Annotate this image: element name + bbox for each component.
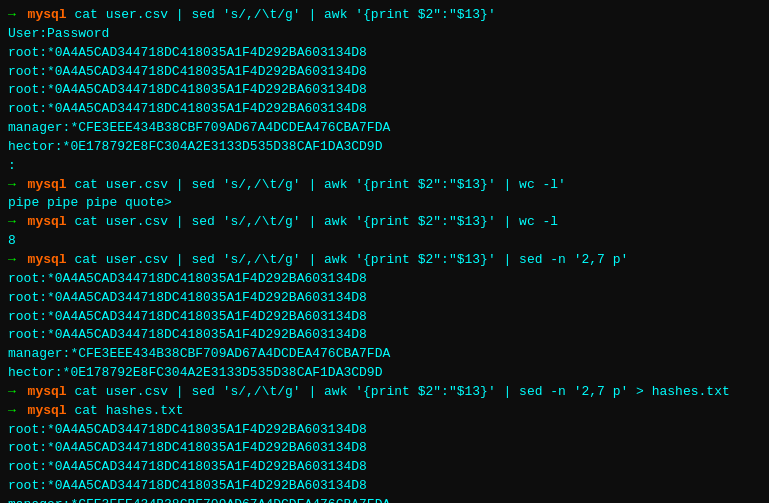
- cmd-rest: cat user.csv | sed 's/,/\t/g' | awk '{pr…: [67, 7, 496, 22]
- keyword-mysql: mysql: [20, 177, 67, 192]
- terminal-line-25: root:*0A4A5CAD344718DC418035A1F4D292BA60…: [8, 477, 761, 496]
- cmd-rest: cat user.csv | sed 's/,/\t/g' | awk '{pr…: [67, 177, 566, 192]
- terminal-line-23: root:*0A4A5CAD344718DC418035A1F4D292BA60…: [8, 439, 761, 458]
- terminal-line-18: manager:*CFE3EEE434B38CBF709AD67A4DCDEA4…: [8, 345, 761, 364]
- terminal-line-20: → mysql cat user.csv | sed 's/,/\t/g' | …: [8, 383, 761, 402]
- prompt-arrow: →: [8, 252, 16, 267]
- output-text: manager:*CFE3EEE434B38CBF709AD67A4DCDEA4…: [8, 346, 390, 361]
- terminal-line-8: :: [8, 157, 761, 176]
- output-text: root:*0A4A5CAD344718DC418035A1F4D292BA60…: [8, 459, 367, 474]
- terminal-line-10: pipe pipe pipe quote>: [8, 194, 761, 213]
- prompt-arrow: →: [8, 403, 16, 418]
- output-text: root:*0A4A5CAD344718DC418035A1F4D292BA60…: [8, 82, 367, 97]
- terminal-line-16: root:*0A4A5CAD344718DC418035A1F4D292BA60…: [8, 308, 761, 327]
- terminal-line-22: root:*0A4A5CAD344718DC418035A1F4D292BA60…: [8, 421, 761, 440]
- output-text: hector:*0E178792E8FC304A2E3133D535D38CAF…: [8, 139, 382, 154]
- output-text: root:*0A4A5CAD344718DC418035A1F4D292BA60…: [8, 327, 367, 342]
- terminal-line-9: → mysql cat user.csv | sed 's/,/\t/g' | …: [8, 176, 761, 195]
- terminal-line-6: manager:*CFE3EEE434B38CBF709AD67A4DCDEA4…: [8, 119, 761, 138]
- terminal: → mysql cat user.csv | sed 's/,/\t/g' | …: [8, 6, 761, 503]
- keyword-mysql: mysql: [20, 252, 67, 267]
- output-text: User:Password: [8, 26, 109, 41]
- terminal-line-7: hector:*0E178792E8FC304A2E3133D535D38CAF…: [8, 138, 761, 157]
- output-text: root:*0A4A5CAD344718DC418035A1F4D292BA60…: [8, 440, 367, 455]
- output-text: :: [8, 158, 16, 173]
- terminal-line-1: User:Password: [8, 25, 761, 44]
- cmd-rest: cat user.csv | sed 's/,/\t/g' | awk '{pr…: [67, 252, 629, 267]
- terminal-line-5: root:*0A4A5CAD344718DC418035A1F4D292BA60…: [8, 100, 761, 119]
- terminal-line-26: manager:*CFE3EEE434B38CBF709AD67A4DCDEA4…: [8, 496, 761, 503]
- cmd-rest: cat hashes.txt: [67, 403, 184, 418]
- output-text: manager:*CFE3EEE434B38CBF709AD67A4DCDEA4…: [8, 120, 390, 135]
- output-text: root:*0A4A5CAD344718DC418035A1F4D292BA60…: [8, 478, 367, 493]
- keyword-mysql: mysql: [20, 214, 67, 229]
- terminal-line-15: root:*0A4A5CAD344718DC418035A1F4D292BA60…: [8, 289, 761, 308]
- terminal-line-4: root:*0A4A5CAD344718DC418035A1F4D292BA60…: [8, 81, 761, 100]
- terminal-line-13: → mysql cat user.csv | sed 's/,/\t/g' | …: [8, 251, 761, 270]
- keyword-mysql: mysql: [20, 403, 67, 418]
- output-text: root:*0A4A5CAD344718DC418035A1F4D292BA60…: [8, 45, 367, 60]
- output-text: manager:*CFE3EEE434B38CBF709AD67A4DCDEA4…: [8, 497, 390, 503]
- terminal-line-11: → mysql cat user.csv | sed 's/,/\t/g' | …: [8, 213, 761, 232]
- output-text: 8: [8, 233, 16, 248]
- keyword-mysql: mysql: [20, 384, 67, 399]
- prompt-arrow: →: [8, 177, 16, 192]
- cmd-rest: cat user.csv | sed 's/,/\t/g' | awk '{pr…: [67, 384, 730, 399]
- output-text: root:*0A4A5CAD344718DC418035A1F4D292BA60…: [8, 64, 367, 79]
- output-text: root:*0A4A5CAD344718DC418035A1F4D292BA60…: [8, 422, 367, 437]
- prompt-arrow: →: [8, 214, 16, 229]
- cmd-rest: cat user.csv | sed 's/,/\t/g' | awk '{pr…: [67, 214, 558, 229]
- terminal-line-21: → mysql cat hashes.txt: [8, 402, 761, 421]
- terminal-line-0: → mysql cat user.csv | sed 's/,/\t/g' | …: [8, 6, 761, 25]
- output-text: root:*0A4A5CAD344718DC418035A1F4D292BA60…: [8, 271, 367, 286]
- output-text: pipe pipe pipe quote>: [8, 195, 172, 210]
- terminal-line-14: root:*0A4A5CAD344718DC418035A1F4D292BA60…: [8, 270, 761, 289]
- output-text: root:*0A4A5CAD344718DC418035A1F4D292BA60…: [8, 290, 367, 305]
- output-text: root:*0A4A5CAD344718DC418035A1F4D292BA60…: [8, 309, 367, 324]
- terminal-line-19: hector:*0E178792E8FC304A2E3133D535D38CAF…: [8, 364, 761, 383]
- terminal-line-17: root:*0A4A5CAD344718DC418035A1F4D292BA60…: [8, 326, 761, 345]
- output-text: root:*0A4A5CAD344718DC418035A1F4D292BA60…: [8, 101, 367, 116]
- terminal-line-2: root:*0A4A5CAD344718DC418035A1F4D292BA60…: [8, 44, 761, 63]
- output-text: hector:*0E178792E8FC304A2E3133D535D38CAF…: [8, 365, 382, 380]
- terminal-line-12: 8: [8, 232, 761, 251]
- keyword-mysql: mysql: [20, 7, 67, 22]
- terminal-line-3: root:*0A4A5CAD344718DC418035A1F4D292BA60…: [8, 63, 761, 82]
- terminal-line-24: root:*0A4A5CAD344718DC418035A1F4D292BA60…: [8, 458, 761, 477]
- prompt-arrow: →: [8, 384, 16, 399]
- prompt-arrow: →: [8, 7, 16, 22]
